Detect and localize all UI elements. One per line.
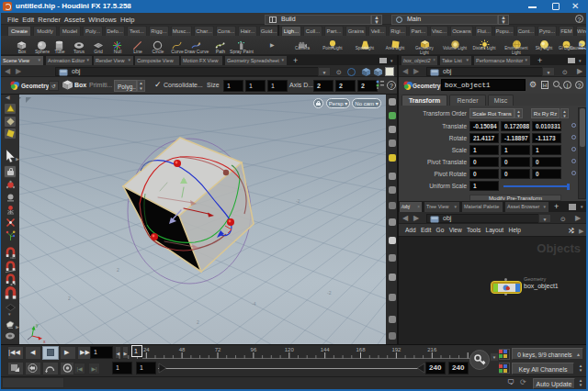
svg-text:192: 192 — [391, 347, 401, 352]
svg-text:24: 24 — [143, 347, 150, 352]
svg-text:-2: -2 — [296, 198, 300, 204]
svg-text:2: 2 — [197, 319, 199, 325]
svg-text:144: 144 — [321, 347, 331, 352]
svg-text:72: 72 — [215, 347, 221, 352]
svg-text:2: 2 — [68, 296, 71, 301]
svg-text:-4: -4 — [252, 301, 256, 307]
svg-text:120: 120 — [285, 347, 295, 352]
svg-text:168: 168 — [356, 347, 366, 352]
svg-text:96: 96 — [251, 347, 257, 352]
svg-text:2: 2 — [117, 267, 119, 273]
svg-text:-2: -2 — [327, 290, 332, 296]
svg-text:216: 216 — [427, 347, 437, 352]
svg-text:48: 48 — [179, 347, 186, 352]
